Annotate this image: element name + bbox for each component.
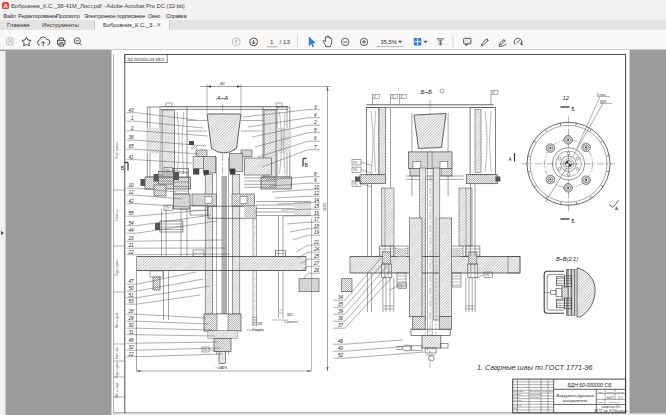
svg-text:Лит.: Лит. (598, 391, 603, 394)
svg-text:36: 36 (338, 316, 344, 321)
svg-text:Подп. и дата: Подп. и дата (115, 362, 119, 378)
svg-text:25: 25 (313, 254, 320, 259)
svg-text:38: 38 (128, 135, 134, 140)
svg-text:37: 37 (338, 323, 344, 328)
svg-text:40: 40 (220, 81, 225, 86)
svg-text:40: 40 (338, 346, 344, 351)
svg-text:42: 42 (128, 199, 134, 204)
svg-text:М24: М24 (600, 100, 606, 104)
svg-text:Взам. инв.: Взам. инв. (115, 346, 119, 359)
svg-text:Пб: Пб (353, 168, 357, 172)
svg-text:21: 21 (313, 240, 320, 245)
svg-text:1 штанга: 1 штанга (284, 320, 298, 324)
svg-text:39: 39 (338, 309, 344, 314)
svg-text:Пб: Пб (485, 273, 489, 277)
svg-text:1:1: 1:1 (618, 396, 623, 400)
svg-text:1. Сварные швы по ГОСТ 1771-96: 1. Сварные швы по ГОСТ 1771-96 (477, 363, 594, 372)
svg-text:1: 1 (270, 38, 274, 45)
svg-text:12: 12 (128, 190, 134, 195)
svg-text:7: 7 (314, 145, 317, 150)
svg-text:1Г: 1Г (391, 95, 395, 99)
svg-text:1Г: 1Г (373, 95, 377, 99)
svg-text:/ 13: / 13 (280, 38, 291, 45)
svg-text:Вакуумно-буровой: Вакуумно-буровой (556, 393, 594, 398)
svg-text:4: 4 (314, 113, 317, 118)
svg-text:Масса: Масса (606, 391, 614, 394)
svg-text:Сорокин: Сорокин (530, 396, 540, 399)
svg-text:18: 18 (314, 224, 320, 229)
svg-text:17: 17 (314, 217, 320, 222)
svg-text:22: 22 (127, 352, 134, 357)
svg-text:1Г: 1Г (492, 91, 496, 95)
svg-text:В–В(2:1): В–В(2:1) (556, 256, 578, 262)
svg-text:50: 50 (128, 286, 134, 291)
svg-text:34: 34 (338, 295, 344, 300)
svg-text:А–А: А–А (216, 94, 229, 101)
svg-text:35,5%: 35,5% (381, 39, 397, 45)
svg-text:В: В (305, 162, 309, 168)
svg-text:43: 43 (128, 108, 134, 113)
svg-text:М6: М6 (258, 322, 262, 326)
svg-text:15: 15 (314, 204, 320, 209)
svg-text:Листов 1: Листов 1 (609, 401, 620, 404)
svg-text:Инв. № подл.: Инв. № подл. (115, 382, 119, 398)
svg-text:21: 21 (127, 243, 134, 248)
svg-text:Дата: Дата (549, 390, 555, 392)
svg-text:22: 22 (127, 250, 134, 255)
svg-text:М12: М12 (287, 313, 293, 317)
svg-text:44: 44 (128, 228, 134, 233)
svg-text:31: 31 (128, 330, 134, 335)
svg-text:29: 29 (127, 316, 134, 321)
svg-text:48: 48 (128, 338, 134, 343)
svg-text:53: 53 (128, 299, 134, 304)
svg-text:3: 3 (314, 105, 317, 110)
svg-text:Подп. и дата: Подп. и дата (115, 260, 119, 276)
svg-text:47: 47 (128, 279, 134, 284)
svg-text:1120: 1120 (323, 202, 327, 211)
svg-text:14: 14 (314, 198, 320, 203)
svg-text:Пб: Пб (399, 284, 403, 288)
svg-text:12: 12 (314, 191, 320, 196)
svg-text:Инв. № дубл.: Инв. № дубл. (115, 312, 119, 328)
svg-text:55: 55 (128, 211, 134, 216)
svg-text:Пт: Пт (166, 169, 170, 173)
svg-text:2: 2 (130, 126, 134, 131)
svg-text:Пб: Пб (353, 161, 357, 165)
svg-text:10: 10 (314, 185, 320, 190)
svg-text:65: 65 (128, 144, 134, 149)
svg-text:В: В (121, 165, 125, 171)
svg-text:Б: Б (572, 219, 575, 224)
svg-text:~1425: ~1425 (215, 365, 227, 370)
svg-text:Б–Б: Б–Б (421, 88, 433, 95)
svg-text:8: 8 (314, 172, 317, 177)
svg-text:2 трубы: 2 трубы (251, 328, 265, 332)
svg-text:10: 10 (128, 183, 134, 188)
svg-text:6 отв.: 6 отв. (597, 93, 606, 97)
svg-text:1: 1 (131, 116, 134, 121)
svg-text:МГТУ им. Н.Э.Баумана: МГТУ им. Н.Э.Баумана (594, 409, 627, 413)
svg-text:28: 28 (127, 309, 134, 314)
svg-text:Перв. примен.: Перв. примен. (115, 141, 119, 159)
svg-text:27: 27 (313, 261, 320, 266)
svg-text:46: 46 (338, 339, 344, 344)
svg-text:16: 16 (314, 211, 320, 216)
svg-text:12: 12 (563, 95, 570, 101)
svg-text:Пб: Пб (353, 182, 357, 186)
svg-text:А: А (615, 206, 618, 211)
svg-text:51: 51 (128, 293, 134, 298)
svg-text:24: 24 (313, 247, 320, 252)
svg-text:1Г: 1Г (400, 95, 404, 99)
svg-text:ЗД 000000-09 ИБЗ: ЗД 000000-09 ИБЗ (127, 57, 164, 62)
svg-text:Подп.: Подп. (542, 390, 548, 392)
svg-text:26: 26 (313, 268, 320, 273)
svg-text:9: 9 (314, 178, 317, 183)
svg-text:6: 6 (314, 136, 317, 141)
svg-text:Масшт.: Масшт. (616, 391, 625, 394)
svg-text:Т.контр.: Т.контр. (513, 399, 522, 402)
svg-text:32: 32 (128, 345, 134, 350)
svg-text:30: 30 (128, 323, 134, 328)
svg-text:испаритель: испаритель (562, 398, 588, 403)
svg-text:52: 52 (338, 353, 344, 358)
svg-text:54: 54 (128, 221, 134, 226)
svg-text:41: 41 (128, 155, 134, 160)
